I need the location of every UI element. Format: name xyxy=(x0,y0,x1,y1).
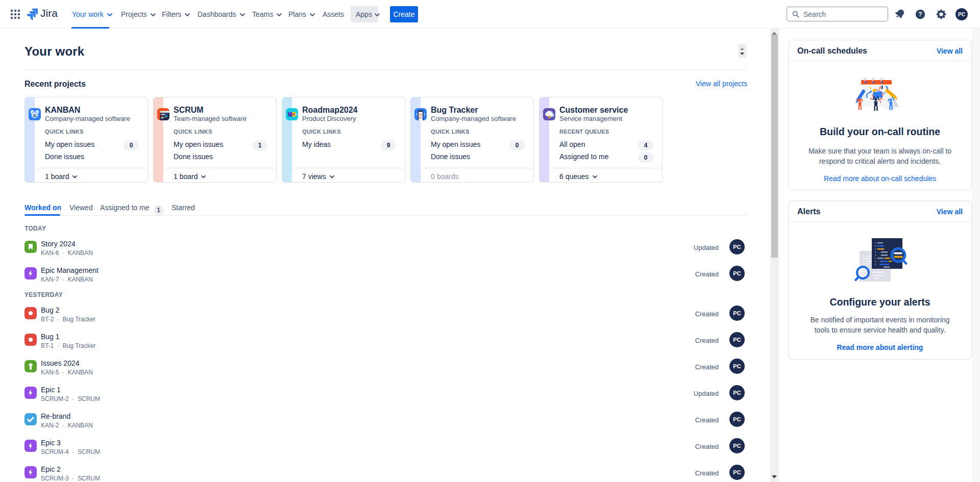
svg-text:?: ? xyxy=(918,11,922,18)
